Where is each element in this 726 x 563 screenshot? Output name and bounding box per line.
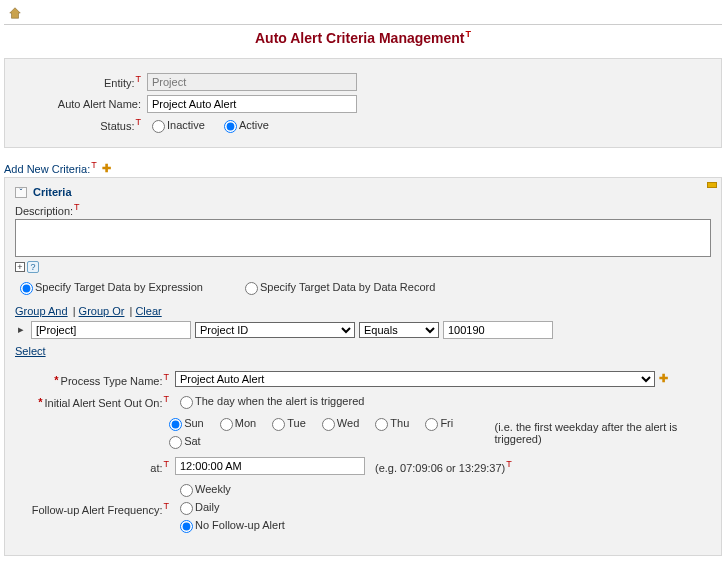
target-record-label: Specify Target Data by Data Record — [260, 281, 435, 293]
alert-name-label: Auto Alert Name: — [58, 98, 141, 110]
followup-weekly-radio[interactable] — [180, 484, 193, 497]
day-sun-radio[interactable] — [169, 418, 182, 431]
criteria-section: ˇ Criteria Description:T + ? Specify Tar… — [4, 177, 722, 556]
day-mon-label: Mon — [235, 417, 256, 429]
help-marker-icon: T — [164, 394, 170, 404]
help-marker-icon: T — [91, 160, 97, 170]
header-panel: Entity:T Auto Alert Name: Status:T Inact… — [4, 58, 722, 148]
select-link[interactable]: Select — [15, 345, 46, 357]
target-expression-radio[interactable] — [20, 282, 33, 295]
status-inactive-radio[interactable] — [152, 120, 165, 133]
rule-field-select[interactable]: Project ID — [195, 322, 355, 338]
description-textarea[interactable] — [15, 219, 711, 257]
page-title: Auto Alert Criteria Management — [255, 30, 465, 46]
remove-criteria-icon[interactable] — [707, 182, 717, 188]
day-fri-radio[interactable] — [425, 418, 438, 431]
home-icon[interactable] — [8, 6, 22, 20]
followup-none-label: No Follow-up Alert — [195, 519, 285, 531]
initial-alert-label: Initial Alert Sent Out On: — [44, 396, 162, 408]
status-inactive-label: Inactive — [167, 119, 205, 131]
followup-none-radio[interactable] — [180, 520, 193, 533]
add-criteria-icon[interactable]: ✚ — [102, 162, 111, 174]
day-wed-radio[interactable] — [322, 418, 335, 431]
at-label: at: — [150, 461, 162, 473]
collapse-icon[interactable]: ˇ — [15, 187, 27, 198]
status-active-label: Active — [239, 119, 269, 131]
help-icon[interactable]: ? — [27, 261, 39, 273]
criteria-title: Criteria — [33, 186, 72, 198]
clear-link[interactable]: Clear — [135, 305, 161, 317]
help-marker-icon: T — [164, 501, 170, 511]
help-marker-icon: T — [136, 74, 142, 84]
group-or-link[interactable]: Group Or — [79, 305, 125, 317]
help-marker-icon: T — [164, 372, 170, 382]
trigger-day-radio[interactable] — [180, 396, 193, 409]
process-type-select[interactable]: Project Auto Alert — [175, 371, 655, 387]
target-expression-label: Specify Target Data by Expression — [35, 281, 203, 293]
help-marker-icon: T — [164, 459, 170, 469]
status-label: Status: — [100, 120, 134, 132]
help-marker-icon: T — [506, 459, 512, 469]
followup-daily-label: Daily — [195, 501, 219, 513]
status-active-radio[interactable] — [224, 120, 237, 133]
target-record-radio[interactable] — [245, 282, 258, 295]
time-field[interactable] — [175, 457, 365, 475]
day-thu-label: Thu — [390, 417, 409, 429]
process-type-label: Process Type Name: — [61, 374, 163, 386]
day-tue-radio[interactable] — [272, 418, 285, 431]
day-fri-label: Fri — [440, 417, 453, 429]
entity-field — [147, 73, 357, 91]
expand-icon[interactable]: + — [15, 262, 25, 272]
day-wed-label: Wed — [337, 417, 359, 429]
day-sun-label: Sun — [184, 417, 204, 429]
rule-chevron-icon[interactable]: ▸ — [15, 323, 27, 336]
followup-weekly-label: Weekly — [195, 483, 231, 495]
entity-label: Entity: — [104, 77, 135, 89]
add-criteria-label: Add New Criteria: — [4, 162, 90, 174]
day-tue-label: Tue — [287, 417, 306, 429]
days-note: (i.e. the first weekday after the alert … — [494, 421, 711, 445]
trigger-day-label: The day when the alert is triggered — [195, 395, 364, 407]
followup-label: Follow-up Alert Frequency: — [32, 503, 163, 515]
add-process-icon[interactable]: ✚ — [659, 372, 668, 385]
help-marker-icon: T — [136, 117, 142, 127]
rule-operator-select[interactable]: Equals — [359, 322, 439, 338]
day-mon-radio[interactable] — [220, 418, 233, 431]
help-marker-icon: T — [74, 202, 80, 212]
rule-entity-field[interactable] — [31, 321, 191, 339]
group-and-link[interactable]: Group And — [15, 305, 68, 317]
day-thu-radio[interactable] — [375, 418, 388, 431]
followup-daily-radio[interactable] — [180, 502, 193, 515]
help-marker-icon: T — [466, 29, 472, 39]
alert-name-field[interactable] — [147, 95, 357, 113]
day-sat-radio[interactable] — [169, 436, 182, 449]
day-sat-label: Sat — [184, 435, 201, 447]
description-label: Description: — [15, 205, 73, 217]
rule-value-field[interactable] — [443, 321, 553, 339]
time-hint: (e.g. 07:09:06 or 13:29:37) — [375, 461, 505, 473]
